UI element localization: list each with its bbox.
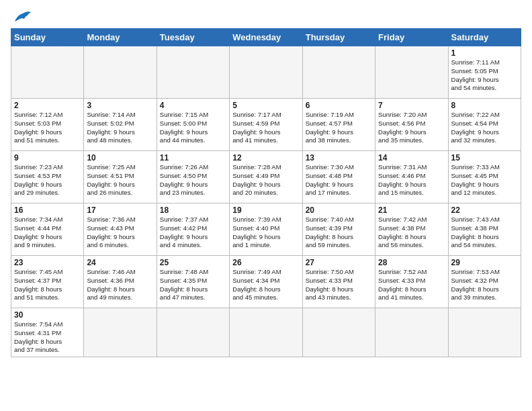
calendar-cell: 5Sunrise: 7:17 AM Sunset: 4:59 PM Daylig… (230, 99, 302, 151)
day-number: 15 (451, 153, 518, 163)
calendar-cell: 9Sunrise: 7:23 AM Sunset: 4:53 PM Daylig… (11, 151, 84, 203)
header-wednesday: Wednesday (230, 29, 302, 46)
day-info: Sunrise: 7:25 AM Sunset: 4:51 PM Dayligh… (87, 163, 153, 197)
day-number: 13 (306, 153, 372, 163)
day-number: 1 (451, 48, 518, 58)
day-number: 25 (160, 258, 226, 267)
day-info: Sunrise: 7:42 AM Sunset: 4:38 PM Dayligh… (378, 216, 445, 250)
day-number: 8 (451, 101, 518, 110)
day-number: 29 (451, 258, 518, 267)
day-number: 4 (160, 101, 226, 110)
header-saturday: Saturday (448, 29, 521, 46)
calendar-cell: 20Sunrise: 7:40 AM Sunset: 4:39 PM Dayli… (302, 203, 375, 256)
day-number: 5 (232, 101, 299, 110)
calendar-cell: 16Sunrise: 7:34 AM Sunset: 4:44 PM Dayli… (11, 203, 84, 256)
calendar-cell (230, 46, 302, 99)
calendar-cell (302, 308, 375, 357)
day-info: Sunrise: 7:26 AM Sunset: 4:50 PM Dayligh… (160, 163, 226, 197)
day-info: Sunrise: 7:36 AM Sunset: 4:43 PM Dayligh… (87, 216, 153, 250)
calendar-cell: 13Sunrise: 7:30 AM Sunset: 4:48 PM Dayli… (302, 151, 375, 203)
day-number: 18 (160, 205, 226, 215)
day-number: 16 (14, 205, 81, 215)
calendar-cell: 27Sunrise: 7:50 AM Sunset: 4:33 PM Dayli… (302, 256, 375, 308)
header-sunday: Sunday (11, 29, 84, 46)
day-info: Sunrise: 7:28 AM Sunset: 4:49 PM Dayligh… (232, 163, 299, 197)
day-number: 6 (306, 101, 372, 110)
day-number: 17 (87, 205, 153, 215)
calendar-week-row: 9Sunrise: 7:23 AM Sunset: 4:53 PM Daylig… (11, 151, 521, 203)
calendar-cell: 12Sunrise: 7:28 AM Sunset: 4:49 PM Dayli… (230, 151, 302, 203)
header-thursday: Thursday (302, 29, 375, 46)
calendar-cell: 26Sunrise: 7:49 AM Sunset: 4:34 PM Dayli… (230, 256, 302, 308)
header-monday: Monday (84, 29, 157, 46)
calendar: SundayMondayTuesdayWednesdayThursdayFrid… (11, 28, 521, 357)
calendar-cell (157, 308, 229, 357)
day-number: 27 (306, 258, 372, 267)
day-number: 19 (232, 205, 299, 215)
day-info: Sunrise: 7:54 AM Sunset: 4:31 PM Dayligh… (14, 320, 81, 355)
header-tuesday: Tuesday (157, 29, 229, 46)
day-number: 22 (451, 205, 518, 215)
calendar-cell (375, 46, 448, 99)
day-info: Sunrise: 7:45 AM Sunset: 4:37 PM Dayligh… (14, 268, 81, 302)
day-info: Sunrise: 7:49 AM Sunset: 4:34 PM Dayligh… (232, 268, 299, 302)
calendar-cell (84, 46, 157, 99)
day-info: Sunrise: 7:34 AM Sunset: 4:44 PM Dayligh… (14, 216, 81, 250)
calendar-week-row: 1Sunrise: 7:11 AM Sunset: 5:05 PM Daylig… (11, 46, 521, 99)
calendar-cell: 22Sunrise: 7:43 AM Sunset: 4:38 PM Dayli… (448, 203, 521, 256)
day-number: 24 (87, 258, 153, 267)
day-number: 14 (378, 153, 445, 163)
calendar-cell: 25Sunrise: 7:48 AM Sunset: 4:35 PM Dayli… (157, 256, 229, 308)
calendar-cell: 1Sunrise: 7:11 AM Sunset: 5:05 PM Daylig… (448, 46, 521, 99)
day-info: Sunrise: 7:39 AM Sunset: 4:40 PM Dayligh… (232, 216, 299, 250)
day-info: Sunrise: 7:12 AM Sunset: 5:03 PM Dayligh… (14, 111, 81, 145)
day-number: 10 (87, 153, 153, 163)
header (11, 7, 521, 24)
calendar-cell: 7Sunrise: 7:20 AM Sunset: 4:56 PM Daylig… (375, 99, 448, 151)
day-info: Sunrise: 7:50 AM Sunset: 4:33 PM Dayligh… (306, 268, 372, 302)
calendar-cell: 21Sunrise: 7:42 AM Sunset: 4:38 PM Dayli… (375, 203, 448, 256)
day-number: 21 (378, 205, 445, 215)
day-number: 11 (160, 153, 226, 163)
day-number: 7 (378, 101, 445, 110)
calendar-cell: 10Sunrise: 7:25 AM Sunset: 4:51 PM Dayli… (84, 151, 157, 203)
calendar-cell: 6Sunrise: 7:19 AM Sunset: 4:57 PM Daylig… (302, 99, 375, 151)
calendar-cell: 3Sunrise: 7:14 AM Sunset: 5:02 PM Daylig… (84, 99, 157, 151)
calendar-cell: 8Sunrise: 7:22 AM Sunset: 4:54 PM Daylig… (448, 99, 521, 151)
calendar-cell: 29Sunrise: 7:53 AM Sunset: 4:32 PM Dayli… (448, 256, 521, 308)
day-info: Sunrise: 7:43 AM Sunset: 4:38 PM Dayligh… (451, 216, 518, 250)
day-number: 12 (232, 153, 299, 163)
day-number: 30 (14, 310, 81, 320)
day-info: Sunrise: 7:31 AM Sunset: 4:46 PM Dayligh… (378, 163, 445, 197)
day-info: Sunrise: 7:14 AM Sunset: 5:02 PM Dayligh… (87, 111, 153, 145)
day-number: 2 (14, 101, 81, 110)
day-info: Sunrise: 7:23 AM Sunset: 4:53 PM Dayligh… (14, 163, 81, 197)
day-info: Sunrise: 7:17 AM Sunset: 4:59 PM Dayligh… (232, 111, 299, 145)
calendar-cell: 2Sunrise: 7:12 AM Sunset: 5:03 PM Daylig… (11, 99, 84, 151)
logo (11, 7, 31, 24)
day-info: Sunrise: 7:11 AM Sunset: 5:05 PM Dayligh… (451, 58, 518, 93)
calendar-week-row: 23Sunrise: 7:45 AM Sunset: 4:37 PM Dayli… (11, 256, 521, 308)
calendar-week-row: 30Sunrise: 7:54 AM Sunset: 4:31 PM Dayli… (11, 308, 521, 357)
calendar-cell: 23Sunrise: 7:45 AM Sunset: 4:37 PM Dayli… (11, 256, 84, 308)
calendar-cell (11, 46, 84, 99)
calendar-cell: 17Sunrise: 7:36 AM Sunset: 4:43 PM Dayli… (84, 203, 157, 256)
calendar-cell (302, 46, 375, 99)
calendar-cell: 30Sunrise: 7:54 AM Sunset: 4:31 PM Dayli… (11, 308, 84, 357)
day-info: Sunrise: 7:48 AM Sunset: 4:35 PM Dayligh… (160, 268, 226, 302)
calendar-week-row: 16Sunrise: 7:34 AM Sunset: 4:44 PM Dayli… (11, 203, 521, 256)
calendar-cell (448, 308, 521, 357)
day-info: Sunrise: 7:19 AM Sunset: 4:57 PM Dayligh… (306, 111, 372, 145)
day-number: 23 (14, 258, 81, 267)
day-number: 9 (14, 153, 81, 163)
day-number: 20 (306, 205, 372, 215)
day-info: Sunrise: 7:52 AM Sunset: 4:33 PM Dayligh… (378, 268, 445, 302)
calendar-cell: 28Sunrise: 7:52 AM Sunset: 4:33 PM Dayli… (375, 256, 448, 308)
day-info: Sunrise: 7:22 AM Sunset: 4:54 PM Dayligh… (451, 111, 518, 145)
calendar-cell: 14Sunrise: 7:31 AM Sunset: 4:46 PM Dayli… (375, 151, 448, 203)
day-number: 28 (378, 258, 445, 267)
calendar-cell (84, 308, 157, 357)
day-number: 26 (232, 258, 299, 267)
day-info: Sunrise: 7:20 AM Sunset: 4:56 PM Dayligh… (378, 111, 445, 145)
calendar-cell: 19Sunrise: 7:39 AM Sunset: 4:40 PM Dayli… (230, 203, 302, 256)
